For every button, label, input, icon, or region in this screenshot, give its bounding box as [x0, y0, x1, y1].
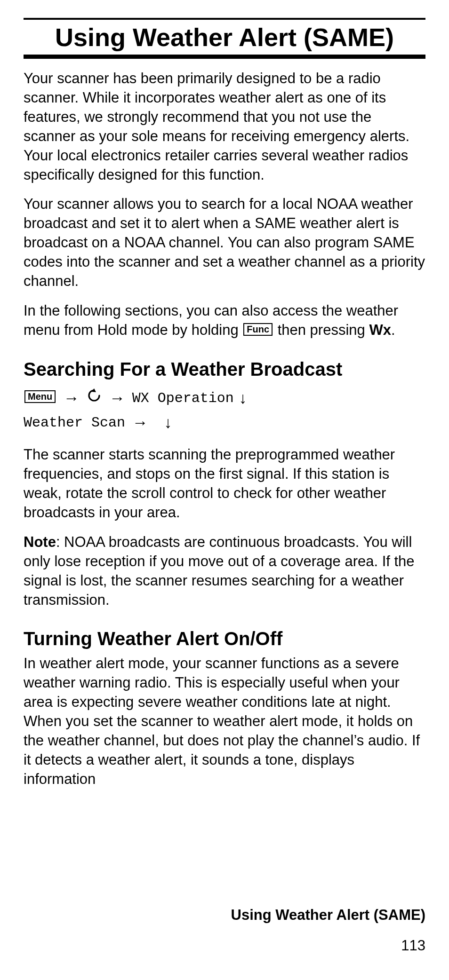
menu-item-wx-operation: WX Operation — [132, 390, 234, 406]
section-heading: Turning Weather Alert On/Off — [24, 628, 425, 649]
scroll-knob-icon — [87, 387, 101, 409]
keycap-menu: Menu — [24, 390, 56, 403]
paragraph: Your scanner has been primarily designed… — [24, 69, 425, 184]
running-footer-title: Using Weather Alert (SAME) — [231, 907, 425, 924]
menu-path: Menu → → WX Operation ↓ Weather Scan → ↓ — [24, 386, 425, 435]
rule-thick — [24, 55, 425, 59]
keycap-func: Func — [243, 323, 273, 336]
arrow-right-icon: → — [132, 410, 148, 435]
note-paragraph: Note: NOAA broadcasts are continuous bro… — [24, 533, 425, 610]
menu-item-weather-scan: Weather Scan — [24, 415, 125, 431]
paragraph: In weather alert mode, your scanner func… — [24, 654, 425, 789]
section-heading: Searching For a Weather Broadcast — [24, 359, 425, 380]
page-number: 113 — [401, 937, 425, 954]
rule-thin — [24, 18, 425, 20]
arrow-down-icon: ↓ — [239, 386, 247, 411]
arrow-down-icon: ↓ — [164, 410, 172, 435]
paragraph: Your scanner allows you to search for a … — [24, 195, 425, 291]
document-page: Using Weather Alert (SAME) Your scanner … — [0, 0, 449, 980]
chapter-title: Using Weather Alert (SAME) — [24, 23, 425, 52]
paragraph: In the following sections, you can also … — [24, 301, 425, 340]
text-span: then pressing — [278, 322, 369, 338]
paragraph: The scanner starts scanning the preprogr… — [24, 445, 425, 522]
note-body: : NOAA broadcasts are continuous broadca… — [24, 534, 415, 608]
text-span: . — [391, 322, 395, 338]
bold-wx: Wx — [369, 322, 391, 338]
arrow-right-icon: → — [64, 386, 80, 411]
arrow-right-icon: → — [109, 386, 125, 411]
note-label: Note — [24, 534, 56, 550]
